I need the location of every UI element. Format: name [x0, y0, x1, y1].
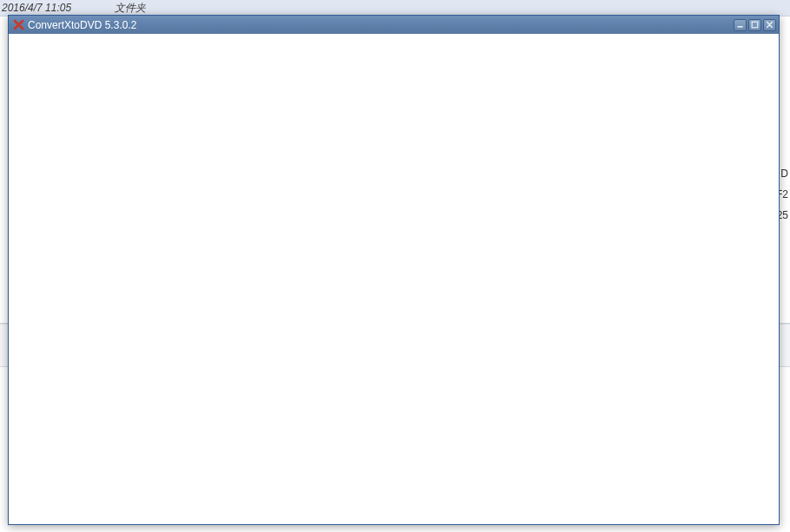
client-area — [9, 34, 779, 524]
maximize-icon — [751, 21, 759, 29]
close-icon — [766, 21, 774, 29]
minimize-icon — [736, 21, 744, 29]
background-file-date: 2016/4/7 11:05 — [2, 2, 115, 14]
background-right-text: D — [780, 167, 788, 180]
svg-rect-1 — [752, 22, 758, 28]
app-window: ConvertXtoDVD 5.3.0.2 — [8, 15, 780, 525]
maximize-button[interactable] — [748, 19, 761, 31]
app-x-icon — [12, 19, 24, 31]
minimize-button[interactable] — [734, 19, 747, 31]
background-file-type: 文件夹 — [115, 1, 146, 16]
titlebar[interactable]: ConvertXtoDVD 5.3.0.2 — [9, 16, 779, 34]
window-controls — [734, 19, 776, 31]
close-button[interactable] — [763, 19, 776, 31]
window-title: ConvertXtoDVD 5.3.0.2 — [28, 19, 136, 31]
background-file-row: 2016/4/7 11:05 文件夹 — [0, 0, 790, 16]
svg-rect-0 — [738, 26, 743, 28]
background-right-column: D F2 25 — [778, 0, 790, 347]
